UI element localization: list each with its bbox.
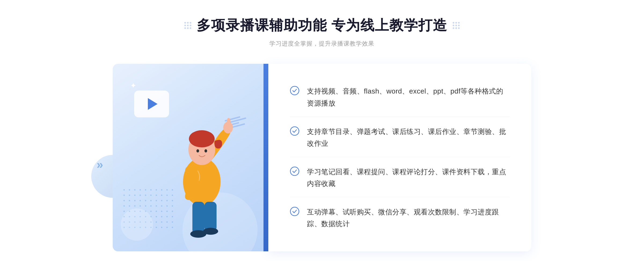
feature-text-1: 支持视频、音频、flash、word、excel、ppt、pdf等各种格式的资源… xyxy=(307,85,510,109)
content-section: ✦ xyxy=(113,64,531,251)
feature-item-2: 支持章节目录、弹题考试、课后练习、课后作业、章节测验、批改作业 xyxy=(290,118,510,157)
check-icon-3 xyxy=(290,166,299,176)
illustration-area: ✦ xyxy=(113,64,268,251)
svg-point-8 xyxy=(203,228,218,235)
page-wrapper: 多项录播课辅助功能 专为线上教学打造 学习进度全掌握，提升录播课教学效果 ✦ xyxy=(0,0,644,261)
feature-item-1: 支持视频、音频、flash、word、excel、ppt、pdf等各种格式的资源… xyxy=(290,78,510,117)
check-icon-2 xyxy=(290,126,299,136)
svg-rect-5 xyxy=(192,202,204,234)
dots-decoration-right xyxy=(453,22,460,29)
header-section: 多项录播课辅助功能 专为线上教学打造 学习进度全掌握，提升录播课教学效果 xyxy=(184,16,460,48)
svg-point-14 xyxy=(290,167,299,176)
blue-vertical-bar xyxy=(264,64,268,251)
svg-rect-6 xyxy=(204,202,217,231)
svg-point-9 xyxy=(196,149,199,152)
svg-point-12 xyxy=(290,86,299,95)
svg-point-4 xyxy=(189,130,215,147)
feature-text-3: 学习笔记回看、课程提问、课程评论打分、课件资料下载，重点内容收藏 xyxy=(307,166,510,189)
page-subtitle: 学习进度全掌握，提升录播课教学效果 xyxy=(269,40,374,48)
left-arrow-decoration: » xyxy=(97,158,103,171)
sparkle-decoration: ✦ xyxy=(130,81,136,90)
page-title: 多项录播课辅助功能 专为线上教学打造 xyxy=(197,16,447,35)
svg-point-10 xyxy=(204,149,207,152)
feature-item-4: 互动弹幕、试听购买、微信分享、观看次数限制、学习进度跟踪、数据统计 xyxy=(290,199,510,237)
svg-point-13 xyxy=(290,127,299,135)
features-area: 支持视频、音频、flash、word、excel、ppt、pdf等各种格式的资源… xyxy=(268,64,531,251)
svg-point-11 xyxy=(185,166,196,175)
check-icon-1 xyxy=(290,86,299,95)
dots-decoration-left xyxy=(184,22,191,29)
character-illustration xyxy=(145,96,258,251)
feature-text-2: 支持章节目录、弹题考试、课后练习、课后作业、章节测验、批改作业 xyxy=(307,126,510,149)
check-icon-4 xyxy=(290,207,299,216)
feature-item-3: 学习笔记回看、课程提问、课程评论打分、课件资料下载，重点内容收藏 xyxy=(290,158,510,197)
title-row: 多项录播课辅助功能 专为线上教学打造 xyxy=(184,16,460,35)
svg-point-2 xyxy=(227,118,230,125)
svg-point-15 xyxy=(290,207,299,216)
feature-text-4: 互动弹幕、试听购买、微信分享、观看次数限制、学习进度跟踪、数据统计 xyxy=(307,206,510,230)
